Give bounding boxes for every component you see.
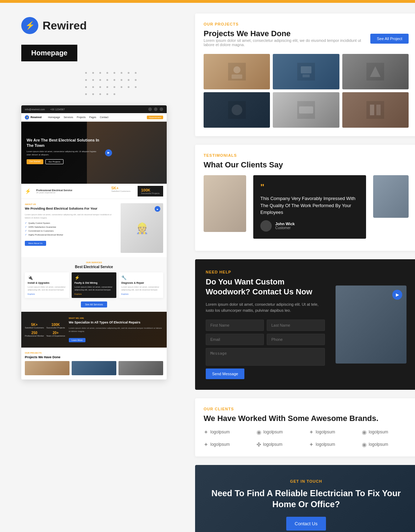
about-list-item: Quality Control System: [25, 222, 117, 225]
projects-bottom-thumb: [118, 361, 163, 375]
hero-content: We Are The Best Electrical Solutions In …: [27, 138, 101, 168]
preview-nav-items: Homepage Services Projects Pages Contact: [48, 116, 108, 118]
author-info: John Wick Customer: [275, 222, 295, 230]
cta-section: Get In Touch Need To Find A Reliable Ele…: [195, 465, 415, 532]
dark-stats-btn[interactable]: Learn More: [69, 338, 85, 342]
contact-email-input[interactable]: [206, 334, 264, 345]
client-logo-icon: ◉: [362, 441, 367, 448]
dot: [114, 79, 115, 81]
service-install-text: Lorem ipsum dolor sit amet, consectetur …: [28, 286, 67, 292]
preview-nav-projects: Projects: [77, 116, 85, 118]
dot: [85, 93, 87, 95]
preview-nav-homepage: Homepage: [48, 116, 60, 118]
dot-grid: [85, 72, 167, 112]
about-image: 👷 ▶: [121, 203, 163, 253]
client-logo-7: ✦ logolpsum: [309, 441, 356, 448]
testimonial-layout: " This Company Very Favorably Impressed …: [204, 175, 409, 242]
quote-mark-icon: ": [260, 182, 359, 192]
dot: [99, 72, 101, 74]
hero-our-projects-btn[interactable]: Our Projects: [45, 159, 63, 164]
projects-section-text: Lorem ipsum dolor sit amet, consectetur …: [204, 38, 370, 47]
preview-appointment-btn[interactable]: Appointment: [147, 116, 163, 119]
all-services-btn[interactable]: See All Services: [81, 301, 107, 307]
client-logo-text: logolpsum: [263, 442, 283, 447]
service-install-name: Install & Upgrades: [28, 282, 67, 284]
client-logo-text: logolpsum: [210, 442, 230, 447]
contact-tag: Need Help: [206, 270, 325, 274]
stat-customers-label: Satisfied Customers: [111, 190, 131, 192]
homepage-badge: Homepage: [21, 45, 77, 61]
about-list: Quality Control System 100% Satisfaction…: [25, 222, 117, 236]
testimonial-left-image: [204, 175, 246, 232]
client-logo-icon: ◉: [256, 429, 261, 436]
preview-stats-dark-section: 5K+ Satisfied Customers 100K Successful …: [21, 312, 167, 348]
preview-services-section: Our Services Best Electrical Service 🔌 I…: [21, 257, 167, 312]
logo-area: ⚡ Rewired: [21, 17, 167, 34]
faulty-icon: ⚡: [74, 275, 114, 280]
dot: [92, 86, 94, 88]
about-title: We Providing Best Electrical Solutions F…: [25, 207, 117, 211]
author-name: John Wick: [275, 222, 295, 226]
about-list-item: 100% Satisfaction Guarantee: [25, 226, 117, 228]
hero-play-button[interactable]: ▶: [105, 149, 112, 156]
contact-firstname-input[interactable]: [206, 320, 264, 331]
client-logo-icon: ✦: [204, 441, 208, 448]
project-thumb-4: [204, 92, 270, 128]
cta-tag: Get In Touch: [206, 479, 406, 483]
dot: [128, 72, 129, 74]
professional-subtitle: 25 years experience: [36, 192, 72, 194]
dot: [135, 79, 137, 81]
preview-contact-info: info@rewired.com: [25, 108, 45, 111]
cta-contact-btn[interactable]: Contact Us: [286, 517, 326, 531]
service-diagnosis-name: Diagnosis & Repair: [121, 282, 160, 284]
client-logo-text: logolpsum: [369, 442, 388, 447]
service-faulty-link[interactable]: Explore: [74, 293, 114, 295]
left-panel: ⚡ Rewired Homepage info@rewired.com +00 …: [0, 3, 181, 532]
dark-stat-projects-label: Successful Projects: [46, 327, 65, 329]
testimonial-author: John Wick Customer: [260, 220, 359, 232]
stat-projects-label: Successful Projects: [141, 192, 160, 194]
contact-play-btn[interactable]: ▶: [392, 290, 402, 300]
dark-stat-workers: 250 Professional Worker: [25, 331, 44, 337]
service-install-link[interactable]: Explore: [28, 293, 67, 295]
dot: [92, 93, 94, 95]
project-thumb-6: [342, 92, 409, 128]
dark-stats-tag: What We Are: [69, 317, 163, 319]
about-list-item: Commitment to Customers: [25, 229, 117, 232]
contact-left: Need Help Do You Want Custom Woodwork? C…: [206, 270, 325, 379]
client-logo-icon: ✦: [309, 429, 314, 436]
dot: [106, 86, 108, 88]
dot: [106, 72, 108, 74]
project-image-1: [204, 54, 270, 89]
dot: [135, 86, 137, 88]
service-diagnosis-link[interactable]: Explore: [121, 293, 160, 295]
see-all-projects-btn[interactable]: See All Project: [370, 34, 409, 44]
projects-bottom-title: Projects We Have Done: [25, 355, 163, 359]
cta-title: Need To Find A Reliable Electrician To F…: [206, 488, 406, 510]
testimonials-section: Testimonials What Our Clients Say " This…: [195, 145, 415, 251]
logo-text: Rewired: [43, 19, 87, 32]
contact-form: Send Message: [206, 320, 325, 379]
professional-service-info: Professional Electrical Service 25 years…: [36, 189, 72, 194]
client-logo-2: ◉ logolpsum: [256, 429, 304, 436]
about-play-btn[interactable]: ▶: [155, 206, 160, 212]
hero-get-started-btn[interactable]: Get Started: [27, 159, 43, 164]
right-panel: Our Projects Projects We Have Done Lorem…: [181, 3, 415, 532]
dark-stat-projects-value: 100K: [46, 323, 65, 327]
projects-section-title: Projects We Have Done: [204, 29, 370, 38]
project-image-3: [342, 54, 409, 89]
dark-stat-customers-value: 5K+: [25, 323, 44, 327]
project-thumb-2: [273, 54, 339, 89]
contact-submit-btn[interactable]: Send Message: [206, 368, 244, 379]
dark-stat-customers-label: Satisfied Customers: [25, 327, 44, 329]
project-image-2: [273, 54, 339, 89]
about-more-btn[interactable]: More About Us: [25, 241, 46, 246]
contact-phone-input[interactable]: [267, 334, 325, 345]
testimonials-tag: Testimonials: [204, 153, 409, 157]
contact-lastname-input[interactable]: [267, 320, 325, 331]
hero-buttons: Get Started Our Projects: [27, 159, 101, 164]
contact-message-input[interactable]: [206, 348, 325, 366]
preview-phone: +00 1234567: [50, 108, 65, 111]
dot: [85, 79, 87, 81]
preview-hero-section: We Are The Best Electrical Solutions In …: [21, 122, 167, 184]
